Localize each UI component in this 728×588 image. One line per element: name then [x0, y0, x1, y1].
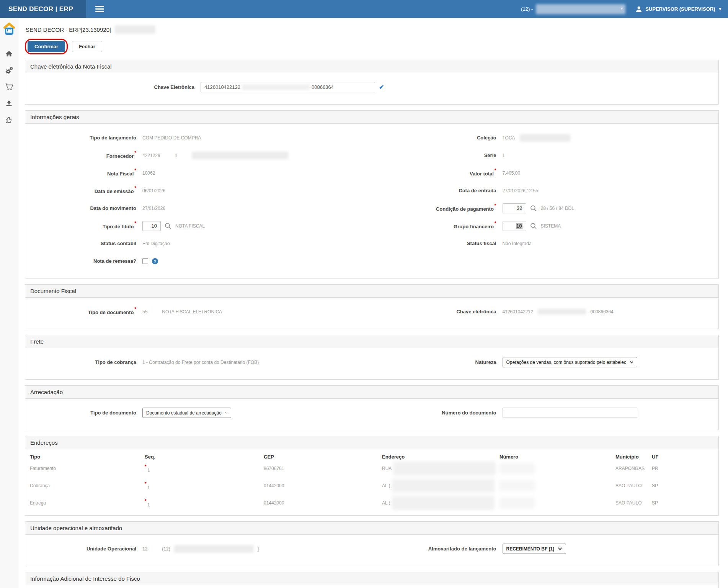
tipo-documento-code: 55 [142, 309, 147, 314]
hamburger-menu-icon[interactable] [95, 4, 104, 14]
redacted-numero [499, 480, 535, 491]
colecao-value: TOCA [503, 135, 515, 141]
status-contabil-label: Status contábil [25, 241, 136, 246]
numero-documento-label: Número do documento [372, 410, 496, 416]
redacted-title-suffix [115, 25, 155, 34]
almoxarifado-select[interactable]: RECEBIMENTO BF (1) [503, 544, 566, 554]
arrecadacao-tipo-documento-label: Tipo de documento [25, 410, 136, 416]
sidebar [0, 18, 18, 588]
condicao-pagamento-label: Condição de pagamento* [372, 205, 496, 212]
help-icon[interactable]: ? [152, 258, 158, 264]
close-button[interactable]: Fechar [72, 41, 102, 52]
fornecedor-code: 4221229 [142, 153, 160, 158]
section-title: Documento Fiscal [25, 285, 718, 298]
valor-total-label: Valor total* [372, 169, 496, 177]
natureza-label: Natureza [372, 359, 496, 365]
tipo-lancamento-label: Tipo de lançamento [25, 135, 136, 141]
data-emissao-value: 06/01/2026 [142, 188, 165, 193]
tipo-titulo-desc: NOTA FISCAL [175, 223, 205, 229]
nota-remessa-checkbox[interactable] [142, 258, 148, 264]
redacted-endereco [392, 479, 495, 493]
status-fiscal-label: Status fiscal [372, 241, 496, 246]
redacted-chave-middle [538, 309, 586, 314]
redacted-endereco [393, 462, 496, 475]
user-menu[interactable]: SUPERVISOR (SUPERVISOR) ▾ [635, 6, 721, 13]
confirm-button[interactable]: Confirmar [28, 41, 65, 52]
address-row-faturamento: Faturamento *1 86706761 RUA ARAPONGAS PR [30, 460, 714, 477]
section-title: Unidade operacional e almoxarifado [25, 522, 718, 535]
redacted-unidade-name [174, 545, 254, 553]
natureza-select[interactable]: Operações de vendas, com ônus suportado … [503, 357, 637, 367]
redacted-company-name [536, 4, 625, 14]
search-icon[interactable] [165, 223, 171, 229]
chave-eletronica-input[interactable]: 4126010422122 00866364 [201, 82, 375, 92]
condicao-pagamento-input[interactable]: 32 [503, 203, 526, 213]
sidebar-item-settings[interactable] [5, 66, 13, 75]
numero-documento-input[interactable] [503, 408, 637, 418]
tipo-cobranca-value: 1 - Contratação do Frete por conta do De… [142, 360, 259, 365]
data-entrada-label: Data de entrada [372, 188, 496, 193]
section-info-fisco: Informação Adicional de Interesse do Fis… [25, 572, 719, 588]
chevron-down-icon [225, 411, 227, 414]
gears-icon [5, 66, 13, 75]
serie-value: 1 [503, 153, 505, 158]
section-title: Informações gerais [25, 111, 718, 124]
section-title: Chave eletrônica da Nota Fiscal [25, 60, 718, 73]
condicao-pagamento-desc: 28 / 56 / 84 DDL [541, 206, 574, 211]
user-icon [635, 6, 642, 13]
section-frete: Frete Tipo de cobrança 1 - Contratação d… [25, 335, 719, 380]
almoxarifado-label: Almoxarifado de lançamento [372, 546, 496, 552]
unidade-operacional-label: Unidade Operacional [25, 546, 136, 552]
address-row-entrega: Entrega *1 01442000 AL ( SAO PAULO SP [30, 494, 714, 511]
grupo-financeiro-label: Grupo financeiro* [372, 222, 496, 229]
grupo-financeiro-input[interactable]: 10 [503, 221, 526, 231]
page-title: SEND DECOR - ERP|23.130920| [26, 26, 111, 33]
sidebar-item-purchases[interactable] [5, 82, 13, 91]
app-logo[interactable] [3, 23, 16, 36]
address-table-header: Tipo Seq. CEP Endereço Número Município … [30, 454, 714, 460]
thumbs-up-icon [5, 116, 13, 124]
tipo-lancamento-value: COM PEDIDO DE COMPRA [142, 135, 201, 141]
chevron-down-icon: ▾ [620, 6, 623, 11]
redacted-numero [499, 463, 535, 474]
search-icon[interactable] [530, 223, 537, 229]
tipo-titulo-input[interactable]: 10 [142, 221, 161, 231]
tipo-cobranca-label: Tipo de cobrança [25, 359, 136, 365]
section-documento-fiscal: Documento Fiscal Tipo de documento* 55 N… [25, 284, 719, 329]
section-enderecos: Endereços Tipo Seq. CEP Endereço Número … [25, 436, 719, 516]
search-icon[interactable] [530, 205, 537, 212]
section-informacoes-gerais: Informações gerais Tipo de lançamento CO… [25, 110, 719, 278]
company-select[interactable]: ▾ [536, 4, 625, 14]
brand-logo-text: SEND DECOR | ERP [0, 0, 86, 18]
main-content: SEND DECOR - ERP|23.130920| Confirmar Fe… [18, 18, 728, 588]
chevron-down-icon [558, 547, 562, 550]
context-prefix: (12) - [521, 6, 533, 12]
chave-eletronica-label: Chave eletrônica [372, 309, 496, 314]
sidebar-item-upload[interactable] [5, 99, 13, 108]
colecao-label: Coleção [372, 135, 496, 141]
home-icon [5, 50, 13, 58]
redacted-fornecedor-name [192, 152, 288, 159]
redacted-chave-middle [242, 84, 310, 90]
sidebar-item-home[interactable] [5, 49, 13, 58]
nota-fiscal-value: 10062 [142, 170, 155, 176]
unidade-operacional-suffix: ] [258, 546, 259, 552]
valor-total-value: 7.405,00 [503, 170, 521, 176]
section-title: Informação Adicional de Interesse do Fis… [25, 572, 718, 585]
tipo-documento-label: Tipo de documento* [25, 308, 136, 315]
user-name: SUPERVISOR (SUPERVISOR) [645, 6, 715, 12]
arrecadacao-tipo-documento-select[interactable]: Documento estadual de arrecadação [142, 408, 231, 418]
tipo-documento-desc: NOTA FISCAL ELETRONICA [162, 309, 222, 314]
section-arrecadacao: Arrecadação Tipo de documento Documento … [25, 385, 719, 430]
status-contabil-value: Em Digitação [142, 241, 170, 246]
sidebar-item-approvals[interactable] [5, 115, 13, 124]
chevron-down-icon [630, 361, 633, 364]
serie-label: Série [372, 152, 496, 158]
annotation-ring: Confirmar [25, 39, 68, 54]
chave-eletronica-label: Chave Eletrônica [25, 84, 194, 90]
nota-fiscal-label: Nota Fiscal* [25, 169, 136, 177]
section-title: Arrecadação [25, 386, 718, 399]
status-fiscal-value: Não Integrada [503, 241, 532, 246]
valid-check-icon: ✔ [379, 84, 384, 91]
redacted-colecao [520, 134, 570, 142]
